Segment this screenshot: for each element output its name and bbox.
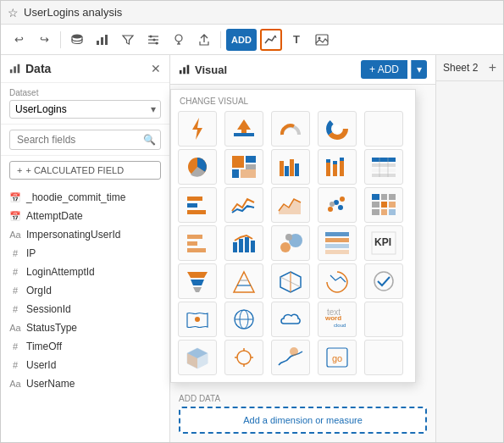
field-name: StatusType <box>26 322 77 334</box>
data-sidebar: Data ✕ Dataset UserLogins 🔍 + <box>1 55 170 442</box>
fields-button[interactable] <box>142 29 164 51</box>
search-icon: 🔍 <box>143 134 156 146</box>
chart-type-cloud[interactable] <box>271 302 310 337</box>
list-item[interactable]: 📅 _hoodie_commit_time <box>1 188 169 207</box>
chart-type-treemap[interactable] <box>224 149 263 185</box>
add-button[interactable]: ADD <box>226 29 257 51</box>
dataset-select[interactable]: UserLogins <box>9 100 161 119</box>
add-dimension-button[interactable]: Add a dimension or measure <box>179 407 427 434</box>
chart-type-bar-h2[interactable] <box>178 225 217 261</box>
chart-type-check[interactable] <box>364 263 403 299</box>
chart-type-landscape[interactable] <box>271 340 310 375</box>
chart-type-funnel2[interactable] <box>224 263 263 299</box>
chart-type-magic[interactable] <box>224 340 263 375</box>
svg-rect-37 <box>326 163 330 176</box>
chart-type-donut[interactable] <box>318 111 357 147</box>
list-item[interactable]: Aa ImpersonatingUserId <box>1 225 169 244</box>
hash-icon: # <box>9 304 21 314</box>
svg-point-57 <box>338 205 343 210</box>
search-input[interactable] <box>9 130 161 150</box>
toolbar: ↩ ↪ ADD T <box>1 25 503 55</box>
chart-type-3d2[interactable] <box>178 340 217 375</box>
list-item[interactable]: Aa StatusType <box>1 318 169 337</box>
redo-button[interactable]: ↪ <box>33 29 55 51</box>
add-visual-dropdown-button[interactable]: ▾ <box>411 60 427 79</box>
calculated-field-button[interactable]: + + CALCULATED FIELD <box>9 161 161 180</box>
chart-type-bar-clustered[interactable] <box>271 149 310 185</box>
chart-type-map[interactable] <box>178 302 217 337</box>
chart-type-3d[interactable] <box>271 263 310 299</box>
data-button[interactable] <box>66 29 88 51</box>
svg-rect-18 <box>180 70 182 74</box>
svg-text:go: go <box>332 353 342 363</box>
share-button[interactable] <box>193 29 215 51</box>
svg-point-9 <box>156 42 158 44</box>
text-button[interactable]: T <box>285 29 307 51</box>
sheet-tab[interactable]: Sheet 2 <box>443 62 478 74</box>
string-icon: Aa <box>9 230 21 240</box>
field-name: AttemptDate <box>26 210 83 222</box>
list-item[interactable]: Aa UserName <box>1 374 169 393</box>
filter-button[interactable] <box>117 29 139 51</box>
chart-type-empty-1[interactable] <box>364 111 403 147</box>
list-item[interactable]: # SessionId <box>1 300 169 318</box>
chart-type-gauge[interactable] <box>271 111 310 147</box>
svg-point-93 <box>195 317 200 322</box>
chart-type-combo[interactable] <box>224 225 263 261</box>
add-data-label: ADD DATA <box>179 394 427 403</box>
chart-type-custom[interactable] <box>318 263 357 299</box>
svg-point-103 <box>237 351 251 364</box>
chart-type-upload[interactable] <box>224 111 263 147</box>
list-item[interactable]: # UserId <box>1 356 169 374</box>
svg-text:KPI: KPI <box>374 236 391 248</box>
chart-type-scatter[interactable] <box>318 187 357 223</box>
field-list: 📅 _hoodie_commit_time 📅 AttemptDate Aa I… <box>1 185 169 442</box>
svg-rect-29 <box>246 156 256 163</box>
chart-type-bar-h[interactable] <box>178 187 217 223</box>
add-dimension-text: Add a dimension or measure <box>243 415 363 425</box>
svg-rect-42 <box>340 158 344 161</box>
chart-type-table[interactable] <box>364 149 403 185</box>
app-title: UserLogins analysis <box>24 6 122 19</box>
chart-type-custom2[interactable]: go <box>318 340 357 375</box>
chart-type-globe[interactable] <box>224 302 263 337</box>
chart-type-heatmap[interactable] <box>318 225 357 261</box>
svg-point-76 <box>285 234 292 241</box>
date-icon: 📅 <box>9 192 21 203</box>
hash-icon: # <box>9 285 21 296</box>
chart-type-word[interactable]: wordcloudtext <box>318 302 357 337</box>
add-visual-button[interactable]: + ADD <box>361 60 407 79</box>
field-name: TimeOff <box>26 341 62 352</box>
field-name: LoginAttemptId <box>26 266 95 278</box>
list-item[interactable]: # IP <box>1 244 169 263</box>
visual-title: Visual <box>179 64 227 76</box>
chart-type-pie[interactable] <box>178 149 217 185</box>
list-item[interactable]: # OrgId <box>1 281 169 300</box>
field-name: OrgId <box>26 285 52 296</box>
list-item[interactable]: # TimeOff <box>1 337 169 356</box>
svg-rect-15 <box>10 69 13 73</box>
svg-point-92 <box>374 272 393 291</box>
chart-type-funnel[interactable] <box>178 263 217 299</box>
chart-type-grid: KPI <box>178 111 408 375</box>
chart-type-bubble[interactable] <box>271 225 310 261</box>
insights-button[interactable] <box>168 29 190 51</box>
main-area: Data ✕ Dataset UserLogins 🔍 + <box>1 55 503 442</box>
list-item[interactable]: 📅 AttemptDate <box>1 207 169 225</box>
svg-rect-67 <box>187 235 202 239</box>
chart-type-area[interactable] <box>271 187 310 223</box>
chart-type-line[interactable] <box>224 187 263 223</box>
line-chart-button[interactable] <box>260 29 282 51</box>
image-button[interactable] <box>311 29 333 51</box>
chart-type-lightning[interactable] <box>178 111 217 147</box>
add-sheet-button[interactable]: + <box>489 60 496 75</box>
list-item[interactable]: # LoginAttemptId <box>1 263 169 281</box>
hash-icon: # <box>9 267 21 277</box>
undo-button[interactable]: ↩ <box>8 29 30 51</box>
chart-button[interactable] <box>91 29 114 51</box>
chart-type-kpi[interactable]: KPI <box>364 225 403 261</box>
sidebar-close-button[interactable]: ✕ <box>151 62 161 75</box>
svg-rect-77 <box>325 232 349 236</box>
chart-type-pivot[interactable] <box>364 187 403 223</box>
chart-type-bar-stacked[interactable] <box>318 149 357 185</box>
